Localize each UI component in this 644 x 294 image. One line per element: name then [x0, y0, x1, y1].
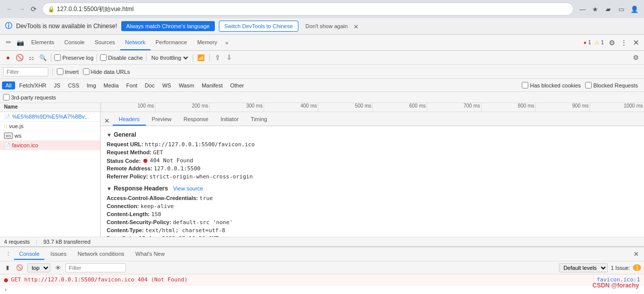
preserve-log-checkbox[interactable] [54, 54, 61, 61]
inspect-icon[interactable]: ⚰ [2, 35, 14, 50]
invert-checkbox[interactable] [57, 68, 63, 75]
profile-button[interactable]: 👤 [629, 4, 640, 15]
request-list: 📄 %E5%88%9D%E5%A7%8Bv... □ vue.js ws ws … [0, 112, 101, 237]
throttle-select[interactable]: No throttling [149, 54, 190, 61]
general-section-title[interactable]: ▼ General [107, 131, 638, 138]
type-font[interactable]: Font [123, 81, 141, 89]
tab-elements[interactable]: Elements [26, 35, 59, 50]
tab-sources[interactable]: Sources [90, 35, 120, 50]
has-blocked-cookies-label[interactable]: Has blocked cookies [522, 82, 581, 88]
type-doc[interactable]: Doc [141, 81, 158, 89]
response-headers-section-title[interactable]: ▼ Response Headers View source [107, 185, 638, 192]
type-other[interactable]: Other [226, 81, 248, 89]
hide-data-label[interactable]: Hide data URLs [83, 68, 130, 75]
toolbar-right-icon[interactable]: ⚙ [631, 53, 641, 63]
reload-button[interactable]: ⟳ [28, 4, 39, 15]
header-label: Request URL: [107, 141, 143, 147]
match-language-button[interactable]: Always match Chrome's language [121, 21, 215, 31]
console-tab-issues[interactable]: Issues [45, 249, 71, 260]
invert-label[interactable]: Invert [57, 68, 79, 75]
type-ws[interactable]: WS [158, 81, 175, 89]
record-button[interactable]: ● [3, 53, 13, 63]
type-manifest[interactable]: Manifest [198, 81, 226, 89]
close-devtools-icon[interactable]: ✕ [630, 35, 642, 50]
console-toolbar-icon2[interactable]: 🚫 [15, 263, 24, 272]
third-party-checkbox[interactable] [3, 94, 10, 101]
close-console-icon[interactable]: ✕ [631, 249, 641, 259]
filter-toggle-button[interactable]: ⚏ [26, 53, 36, 63]
settings-icon[interactable]: ⚙ [606, 35, 618, 50]
dont-show-again[interactable]: Don't show again [305, 23, 348, 29]
extensions-button[interactable]: ⸻ [577, 4, 588, 15]
bookmark-button[interactable]: ★ [590, 4, 601, 15]
tab-timing[interactable]: Timing [245, 114, 273, 126]
address-bar[interactable]: 🔒 127.0.0.1:5500/初始vue.html [42, 3, 574, 16]
console-tab-network-conditions[interactable]: Network conditions [72, 249, 129, 260]
devtools-toggle[interactable]: ▭ [616, 4, 627, 15]
disable-cache-label[interactable]: Disable cache [100, 54, 143, 61]
list-item[interactable]: 📄 %E5%88%9D%E5%A7%8Bv... [0, 112, 100, 122]
list-item-selected[interactable]: 📄 favicon.ico [0, 141, 100, 150]
export-button[interactable]: ⇩ [224, 53, 234, 63]
csdn-watermark: CSDN @forachy [593, 282, 639, 289]
header-security-value: default-src 'none' [173, 219, 232, 226]
view-source-link[interactable]: View source [173, 185, 203, 191]
console-context-select[interactable]: top [27, 263, 50, 272]
header-connection: Connection: keep-alive [107, 203, 638, 210]
tick-200: 200 ms [155, 103, 209, 112]
puzzle-button[interactable]: ▰ [603, 4, 614, 15]
notification-close-icon[interactable]: × [354, 22, 358, 31]
tab-initiator[interactable]: Initiator [214, 114, 245, 126]
type-all[interactable]: All [2, 81, 15, 89]
devtools-tab-bar: ⚰ 📷 Elements Console Sources Network Per… [0, 35, 644, 51]
list-item[interactable]: ws ws [0, 131, 100, 141]
tab-headers[interactable]: Headers [113, 114, 146, 126]
tab-performance[interactable]: Performance [150, 35, 192, 50]
console-toolbar-icon1[interactable]: ▮ [3, 263, 12, 272]
console-tab-whats-new[interactable]: What's New [130, 249, 170, 260]
type-media[interactable]: Media [100, 81, 122, 89]
console-toolbar: ▮ 🚫 top 👁 Default levels 1 Issue: 1 [0, 261, 644, 274]
switch-language-button[interactable]: Switch DevTools to Chinese [219, 21, 298, 32]
console-filter-input[interactable] [65, 263, 126, 272]
type-css[interactable]: CSS [64, 81, 83, 89]
type-js[interactable]: JS [50, 81, 64, 89]
online-icon[interactable]: 📶 [196, 53, 206, 63]
disable-cache-checkbox[interactable] [100, 54, 107, 61]
type-wasm[interactable]: Wasm [175, 81, 198, 89]
tab-preview[interactable]: Preview [146, 114, 178, 126]
tab-memory[interactable]: Memory [192, 35, 222, 50]
console-prompt-row[interactable]: › [0, 285, 644, 294]
header-access-control: Access-Control-Allow-Credentials: true [107, 195, 638, 202]
forward-button[interactable]: → [16, 4, 27, 15]
console-eye-icon[interactable]: 👁 [53, 263, 62, 272]
tab-more[interactable]: » [222, 35, 231, 50]
tab-console[interactable]: Console [59, 35, 90, 50]
console-tab-console[interactable]: Console [14, 249, 44, 260]
response-triangle: ▼ [107, 186, 112, 191]
hide-data-checkbox[interactable] [83, 68, 90, 75]
console-level-select[interactable]: Default levels [559, 263, 608, 272]
blocked-requests-checkbox[interactable] [585, 82, 592, 88]
search-button[interactable]: 🔍 [38, 53, 48, 63]
blocked-requests-label[interactable]: Blocked Requests [585, 82, 638, 88]
tab-network[interactable]: Network [120, 35, 150, 50]
back-button[interactable]: ← [4, 4, 15, 15]
type-fetch-xhr[interactable]: Fetch/XHR [16, 81, 50, 89]
has-blocked-cookies-checkbox[interactable] [522, 82, 528, 88]
more-options-icon[interactable]: ⋮ [618, 35, 630, 50]
details-close-icon[interactable]: ✕ [101, 117, 113, 126]
device-icon[interactable]: 📷 [14, 35, 26, 50]
tab-response[interactable]: Response [178, 114, 215, 126]
import-button[interactable]: ⇧ [213, 53, 223, 63]
header-type-value: text/html; charset=utf-8 [145, 227, 225, 234]
third-party-label[interactable]: 3rd-party requests [3, 94, 56, 101]
preserve-log-label[interactable]: Preserve log [54, 54, 94, 61]
list-item[interactable]: □ vue.js [0, 122, 100, 131]
clear-button[interactable]: 🚫 [15, 53, 25, 63]
type-img[interactable]: Img [84, 81, 100, 89]
console-drag-icon[interactable]: ⋮ [3, 249, 13, 259]
console-error-text: GET http://127.0.0.1:5500/favicon.ico 40… [11, 276, 188, 283]
filter-input[interactable] [3, 67, 48, 76]
header-content-type: Content-Type: text/html; charset=utf-8 [107, 227, 638, 234]
